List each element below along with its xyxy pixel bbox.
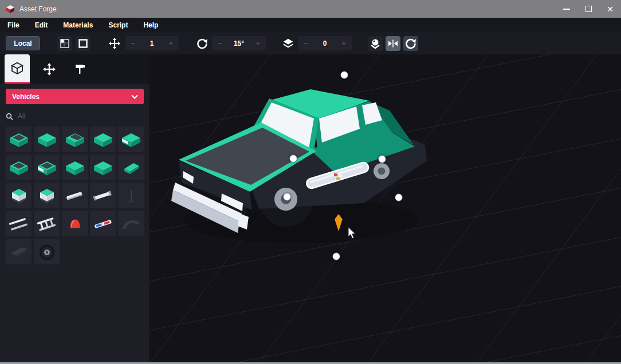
category-dropdown[interactable]: Vehicles bbox=[6, 89, 144, 104]
menu-item-script[interactable]: Script bbox=[108, 21, 128, 29]
car-model[interactable] bbox=[166, 65, 441, 276]
scale-handle-4[interactable] bbox=[284, 193, 291, 201]
asset-thumb-roof-rack[interactable] bbox=[34, 211, 60, 236]
tab-paint[interactable] bbox=[68, 54, 93, 84]
move-step-minus[interactable]: − bbox=[131, 39, 135, 48]
scale-handle-3[interactable] bbox=[395, 194, 403, 201]
asset-thumb-bed-flat[interactable] bbox=[6, 155, 32, 180]
asset-thumb-bumper[interactable] bbox=[62, 183, 88, 208]
body-solid-icon bbox=[62, 156, 88, 179]
paint-roller-icon bbox=[73, 62, 87, 76]
asset-thumb-wheel[interactable] bbox=[34, 239, 60, 264]
hood-piece-icon bbox=[62, 128, 88, 151]
rear-hub-core bbox=[378, 168, 386, 175]
scale-handle-0[interactable] bbox=[341, 72, 348, 79]
asset-thumb-body-bumper[interactable] bbox=[118, 126, 144, 152]
search-icon bbox=[6, 113, 13, 120]
rotate-step-minus[interactable]: − bbox=[218, 39, 222, 48]
menu-item-help[interactable]: Help bbox=[143, 21, 158, 29]
asset-thumb-ramp[interactable] bbox=[118, 155, 144, 180]
antenna-icon bbox=[119, 184, 144, 207]
mouse-cursor-icon bbox=[347, 227, 357, 239]
rotate-step-plus[interactable]: + bbox=[256, 39, 260, 48]
asset-thumb-body-flat[interactable] bbox=[90, 126, 116, 152]
asset-thumb-chassis-flat[interactable] bbox=[6, 126, 32, 152]
window-title: Asset Forge bbox=[19, 5, 57, 13]
menu-bar: File Edit Materials Script Help bbox=[0, 18, 621, 32]
cabin-2-icon bbox=[34, 184, 60, 207]
minimize-button[interactable] bbox=[556, 0, 577, 18]
menu-item-materials[interactable]: Materials bbox=[63, 21, 93, 29]
menu-item-file[interactable]: File bbox=[7, 21, 19, 29]
body-front-icon bbox=[34, 128, 60, 151]
maximize-button[interactable] bbox=[577, 0, 599, 18]
asset-thumb-body-front[interactable] bbox=[34, 126, 60, 152]
bounding-box-button[interactable] bbox=[76, 36, 91, 51]
body-bumper-icon bbox=[119, 128, 144, 151]
chassis-flat-icon bbox=[6, 128, 32, 151]
rotate-tool-icon bbox=[196, 37, 209, 50]
asset-thumb-lightbar[interactable] bbox=[90, 211, 116, 236]
asset-thumb-bed-bumper[interactable] bbox=[34, 155, 60, 180]
app-logo-icon bbox=[6, 5, 15, 14]
sidebar-tabstrip bbox=[0, 54, 150, 84]
mirror-icon bbox=[387, 37, 399, 50]
spoiler-icon bbox=[6, 240, 32, 263]
tab-blocks[interactable] bbox=[5, 54, 30, 84]
refresh-icon bbox=[404, 37, 417, 50]
asset-thumb-antenna[interactable] bbox=[118, 183, 144, 208]
wheel-icon bbox=[34, 240, 60, 263]
bed-flat-icon bbox=[6, 156, 32, 179]
menu-item-edit[interactable]: Edit bbox=[35, 21, 48, 29]
rotate-step-value: 15° bbox=[234, 39, 244, 48]
asset-thumb-body-solid-2[interactable] bbox=[90, 155, 116, 180]
roof-rails-icon bbox=[6, 212, 32, 235]
height-stepper: − 0 + bbox=[298, 36, 352, 50]
bumper-icon bbox=[62, 184, 88, 207]
ramp-icon bbox=[119, 156, 144, 179]
chevron-down-icon bbox=[131, 94, 138, 99]
move-arrows-icon bbox=[42, 62, 56, 76]
bumper-caps-icon bbox=[91, 184, 116, 207]
snap-button[interactable] bbox=[57, 36, 72, 51]
move-stepper: − 1 + bbox=[125, 36, 179, 50]
asset-thumb-spoiler[interactable] bbox=[6, 239, 32, 264]
height-layers-icon bbox=[282, 37, 294, 50]
asset-thumb-body-solid[interactable] bbox=[62, 155, 88, 180]
asset-thumb-cabin-2[interactable] bbox=[34, 183, 60, 208]
height-step-minus[interactable]: − bbox=[304, 39, 308, 48]
drop-to-ground-button[interactable] bbox=[368, 36, 383, 51]
title-bar: Asset Forge ✕ bbox=[0, 0, 621, 18]
tab-transform[interactable] bbox=[37, 54, 62, 84]
scale-handle-2[interactable] bbox=[379, 156, 386, 163]
mirror-button[interactable] bbox=[386, 36, 400, 51]
drop-to-ground-icon bbox=[369, 37, 382, 50]
asset-thumb-fender[interactable] bbox=[118, 211, 144, 236]
roof-rack-icon bbox=[34, 212, 60, 235]
local-toggle-button[interactable]: Local bbox=[6, 36, 40, 50]
asset-grid bbox=[6, 126, 146, 264]
asset-thumb-bumper-caps[interactable] bbox=[90, 183, 116, 208]
height-step-plus[interactable]: + bbox=[341, 39, 346, 48]
asset-thumb-siren[interactable] bbox=[62, 211, 88, 236]
lightbar-icon bbox=[91, 212, 116, 235]
cube-icon bbox=[10, 61, 24, 75]
move-step-plus[interactable]: + bbox=[168, 39, 173, 48]
reset-rotation-button[interactable] bbox=[403, 36, 418, 51]
asset-thumb-cabin[interactable] bbox=[6, 183, 32, 208]
sidebar: Vehicles bbox=[0, 54, 150, 364]
close-button[interactable]: ✕ bbox=[599, 0, 621, 18]
siren-icon bbox=[62, 212, 88, 235]
scale-handle-1[interactable] bbox=[290, 155, 297, 163]
rotate-stepper: − 15° + bbox=[212, 36, 266, 50]
asset-thumb-hood-piece[interactable] bbox=[62, 126, 88, 152]
cabin-icon bbox=[6, 184, 32, 207]
move-tool-icon bbox=[108, 37, 121, 50]
body-flat-icon bbox=[91, 128, 116, 151]
square-outline-icon bbox=[77, 37, 89, 50]
scale-handle-5[interactable] bbox=[333, 253, 340, 260]
asset-thumb-roof-rails[interactable] bbox=[6, 211, 32, 236]
bed-bumper-icon bbox=[34, 156, 60, 179]
search-input[interactable] bbox=[18, 112, 121, 120]
viewport-3d[interactable] bbox=[150, 54, 621, 362]
